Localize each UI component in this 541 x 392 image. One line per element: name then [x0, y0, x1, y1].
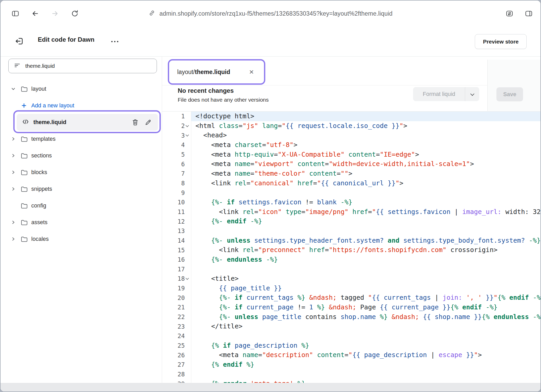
format-liquid-button[interactable]: Format liquid: [413, 87, 479, 101]
address-bar[interactable]: admin.shopify.com/store/rzq1xu-f5/themes…: [149, 1, 392, 27]
delete-file-icon[interactable]: [131, 118, 140, 127]
code-line[interactable]: 10 {%- if settings.favicon != blank -%}: [162, 198, 540, 207]
add-layout-label: Add a new layout: [31, 102, 74, 109]
code-line[interactable]: 3 <head>: [162, 131, 540, 140]
code-line[interactable]: 1<!doctype html>: [162, 112, 540, 121]
gutter: 6: [162, 159, 191, 169]
browser-extension-icon[interactable]: [505, 9, 514, 18]
sidebar-toggle-icon[interactable]: [11, 9, 20, 18]
code-line[interactable]: 25 {% if page_description %}: [162, 341, 540, 351]
folder-icon: [20, 152, 28, 159]
gutter: 8: [162, 179, 191, 188]
sidebar-item-add-layout[interactable]: Add a new layout: [1, 97, 162, 114]
chevron-right-icon[interactable]: [10, 236, 17, 242]
gutter: 21: [162, 303, 191, 312]
code-line[interactable]: 8 <link rel="canonical" href="{{ canonic…: [162, 179, 540, 188]
line-number: 23: [177, 323, 185, 330]
gutter: 24: [162, 331, 191, 341]
sidebar-item-layout[interactable]: layout: [1, 81, 162, 97]
close-tab-icon[interactable]: ×: [247, 68, 256, 76]
sidebar-item-blocks[interactable]: blocks: [1, 164, 162, 181]
sidebar-item-label: locales: [31, 236, 49, 242]
reload-icon[interactable]: [70, 9, 79, 18]
fold-caret-icon[interactable]: [185, 274, 191, 284]
line-number: 9: [181, 189, 185, 196]
code-line[interactable]: 5 <meta http-equiv="X-UA-Compatible" con…: [162, 150, 540, 160]
chevron-right-icon[interactable]: [10, 170, 17, 175]
sidebar-item-theme-liquid[interactable]: theme.liquid: [17, 114, 158, 131]
sidebar-item-assets[interactable]: assets: [1, 214, 162, 231]
code-line[interactable]: 24: [162, 331, 540, 341]
code-line[interactable]: 17: [162, 265, 540, 274]
code-line[interactable]: 16 {%- endunless -%}: [162, 255, 540, 265]
format-dropdown-icon[interactable]: [465, 87, 479, 101]
gutter: 18: [162, 274, 191, 284]
line-number: 29: [177, 381, 185, 383]
code-line[interactable]: 2<html class="js" lang="{{ request.local…: [162, 121, 540, 131]
code-line[interactable]: 7 <meta name="theme-color" content="">: [162, 169, 540, 179]
tab-theme-liquid[interactable]: layout/theme.liquid ×: [170, 61, 263, 83]
code-line[interactable]: 19 {{ page_title }}: [162, 284, 540, 293]
save-zone: Save: [487, 60, 540, 111]
line-number: 3: [181, 132, 185, 139]
gutter: 2: [162, 121, 191, 131]
filter-icon: [14, 62, 21, 70]
code-line[interactable]: 4 <meta charset="utf-8">: [162, 140, 540, 150]
back-icon[interactable]: [31, 9, 40, 18]
sidebar-item-snippets[interactable]: snippets: [1, 181, 162, 197]
code-line[interactable]: 28: [162, 370, 540, 379]
sidebar-item-sections[interactable]: sections: [1, 147, 162, 164]
chevron-down-icon[interactable]: [10, 86, 17, 91]
app-header: Edit code for Dawn Preview store: [1, 27, 540, 57]
save-button[interactable]: Save: [496, 87, 523, 101]
code-line[interactable]: 26 <meta name="description" content="{{ …: [162, 350, 540, 360]
code-line[interactable]: 11 <link rel="icon" type="image/png" hre…: [162, 207, 540, 217]
chrome-right-buttons: [505, 1, 533, 27]
chevron-right-icon[interactable]: [10, 153, 17, 158]
right-sidebar-toggle-icon[interactable]: [524, 9, 533, 18]
gutter: 11: [162, 207, 191, 217]
line-number: 14: [177, 237, 185, 244]
code-line[interactable]: 9: [162, 188, 540, 198]
code-line[interactable]: 27 {% endif %}: [162, 360, 540, 370]
code-line[interactable]: 6 <meta name="viewport" content="width=d…: [162, 159, 540, 169]
rename-file-icon[interactable]: [144, 118, 153, 127]
file-search-input[interactable]: [25, 63, 151, 69]
exit-editor-icon[interactable]: [14, 36, 24, 46]
sidebar-item-label: assets: [31, 219, 47, 226]
code-line[interactable]: 13: [162, 226, 540, 236]
more-menu-button[interactable]: [109, 37, 120, 46]
code-line[interactable]: 20 {%- if current_tags %} &ndash; tagged…: [162, 293, 540, 303]
sidebar-item-label: sections: [31, 152, 52, 159]
line-number: 26: [177, 352, 185, 359]
line-number: 16: [177, 256, 185, 263]
code-editor[interactable]: 1<!doctype html>2<html class="js" lang="…: [162, 111, 540, 383]
code-line[interactable]: 29 {% render 'meta-tags' %}: [162, 379, 540, 383]
fold-caret-icon[interactable]: [185, 131, 191, 140]
chevron-right-icon[interactable]: [10, 220, 17, 225]
gutter: 28: [162, 370, 191, 379]
sidebar-item-config[interactable]: config: [1, 197, 162, 214]
code-line[interactable]: 18 <title>: [162, 274, 540, 284]
fold-caret-icon[interactable]: [185, 121, 191, 131]
chevron-right-icon[interactable]: [10, 136, 17, 142]
sidebar-item-templates[interactable]: templates: [1, 131, 162, 147]
file-tree: layout Add a new layout theme.liquid: [1, 81, 162, 247]
code-line[interactable]: 21 {%- if current_page != 1 %} &ndash; P…: [162, 303, 540, 312]
code-line[interactable]: 23 </title>: [162, 322, 540, 331]
sidebar-item-locales[interactable]: locales: [1, 231, 162, 247]
line-number: 5: [181, 151, 185, 158]
code-line[interactable]: 14 {%- unless settings.type_header_font.…: [162, 236, 540, 246]
folder-icon: [20, 169, 28, 176]
gutter: 23: [162, 322, 191, 331]
line-number: 11: [177, 209, 185, 215]
gutter: 16: [162, 255, 191, 265]
chevron-right-icon[interactable]: [10, 186, 17, 192]
code-line[interactable]: 15 <link rel="preconnect" href="https://…: [162, 245, 540, 255]
format-liquid-label: Format liquid: [413, 91, 465, 97]
code-line[interactable]: 12 {%- endif -%}: [162, 217, 540, 226]
preview-store-button[interactable]: Preview store: [475, 34, 527, 49]
forward-icon[interactable]: [51, 9, 59, 18]
line-number: 19: [177, 285, 185, 292]
code-line[interactable]: 22 {%- unless page_title contains shop.n…: [162, 312, 540, 322]
